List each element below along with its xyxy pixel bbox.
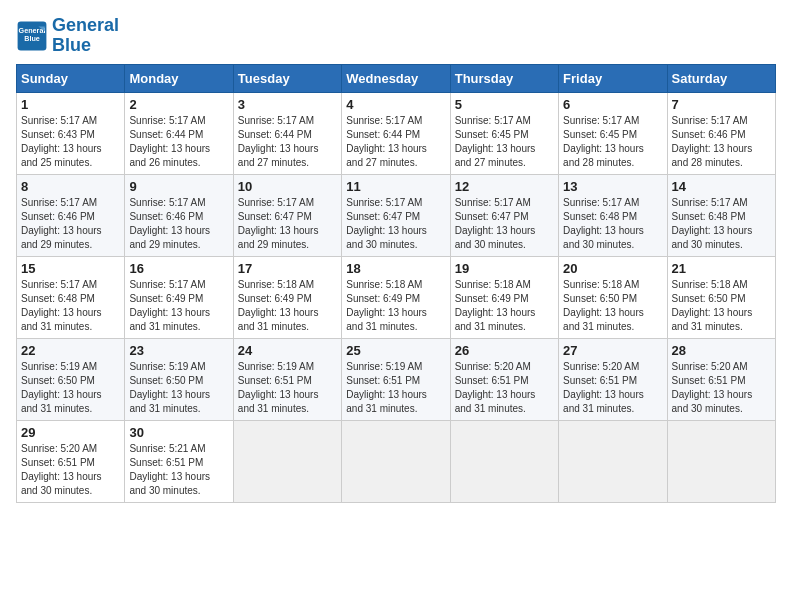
calendar-cell xyxy=(233,420,341,502)
calendar-cell: 15Sunrise: 5:17 AMSunset: 6:48 PMDayligh… xyxy=(17,256,125,338)
day-number: 25 xyxy=(346,343,445,358)
day-number: 12 xyxy=(455,179,554,194)
cell-info: Sunrise: 5:17 AMSunset: 6:45 PMDaylight:… xyxy=(563,115,644,168)
cell-info: Sunrise: 5:17 AMSunset: 6:46 PMDaylight:… xyxy=(129,197,210,250)
cell-info: Sunrise: 5:17 AMSunset: 6:47 PMDaylight:… xyxy=(346,197,427,250)
svg-text:Blue: Blue xyxy=(24,34,40,43)
calendar-cell xyxy=(667,420,775,502)
header-saturday: Saturday xyxy=(667,64,775,92)
calendar-cell: 9Sunrise: 5:17 AMSunset: 6:46 PMDaylight… xyxy=(125,174,233,256)
cell-info: Sunrise: 5:18 AMSunset: 6:49 PMDaylight:… xyxy=(346,279,427,332)
calendar-cell: 25Sunrise: 5:19 AMSunset: 6:51 PMDayligh… xyxy=(342,338,450,420)
day-number: 26 xyxy=(455,343,554,358)
calendar-cell xyxy=(342,420,450,502)
cell-info: Sunrise: 5:17 AMSunset: 6:44 PMDaylight:… xyxy=(129,115,210,168)
header-tuesday: Tuesday xyxy=(233,64,341,92)
logo-icon: General Blue xyxy=(16,20,48,52)
calendar-cell xyxy=(559,420,667,502)
day-number: 15 xyxy=(21,261,120,276)
logo-text: General Blue xyxy=(52,16,119,56)
calendar-cell: 5Sunrise: 5:17 AMSunset: 6:45 PMDaylight… xyxy=(450,92,558,174)
calendar-cell: 13Sunrise: 5:17 AMSunset: 6:48 PMDayligh… xyxy=(559,174,667,256)
day-number: 8 xyxy=(21,179,120,194)
calendar-cell: 14Sunrise: 5:17 AMSunset: 6:48 PMDayligh… xyxy=(667,174,775,256)
calendar-cell: 10Sunrise: 5:17 AMSunset: 6:47 PMDayligh… xyxy=(233,174,341,256)
calendar-cell: 4Sunrise: 5:17 AMSunset: 6:44 PMDaylight… xyxy=(342,92,450,174)
day-number: 19 xyxy=(455,261,554,276)
cell-info: Sunrise: 5:19 AMSunset: 6:51 PMDaylight:… xyxy=(346,361,427,414)
calendar-cell: 8Sunrise: 5:17 AMSunset: 6:46 PMDaylight… xyxy=(17,174,125,256)
calendar-table: SundayMondayTuesdayWednesdayThursdayFrid… xyxy=(16,64,776,503)
cell-info: Sunrise: 5:18 AMSunset: 6:49 PMDaylight:… xyxy=(238,279,319,332)
day-number: 18 xyxy=(346,261,445,276)
day-number: 5 xyxy=(455,97,554,112)
calendar-header-row: SundayMondayTuesdayWednesdayThursdayFrid… xyxy=(17,64,776,92)
cell-info: Sunrise: 5:20 AMSunset: 6:51 PMDaylight:… xyxy=(672,361,753,414)
header-friday: Friday xyxy=(559,64,667,92)
cell-info: Sunrise: 5:21 AMSunset: 6:51 PMDaylight:… xyxy=(129,443,210,496)
day-number: 9 xyxy=(129,179,228,194)
calendar-cell: 29Sunrise: 5:20 AMSunset: 6:51 PMDayligh… xyxy=(17,420,125,502)
cell-info: Sunrise: 5:17 AMSunset: 6:44 PMDaylight:… xyxy=(346,115,427,168)
header-wednesday: Wednesday xyxy=(342,64,450,92)
day-number: 4 xyxy=(346,97,445,112)
day-number: 7 xyxy=(672,97,771,112)
cell-info: Sunrise: 5:18 AMSunset: 6:49 PMDaylight:… xyxy=(455,279,536,332)
day-number: 30 xyxy=(129,425,228,440)
header-thursday: Thursday xyxy=(450,64,558,92)
cell-info: Sunrise: 5:19 AMSunset: 6:50 PMDaylight:… xyxy=(21,361,102,414)
day-number: 1 xyxy=(21,97,120,112)
day-number: 13 xyxy=(563,179,662,194)
calendar-cell: 28Sunrise: 5:20 AMSunset: 6:51 PMDayligh… xyxy=(667,338,775,420)
cell-info: Sunrise: 5:17 AMSunset: 6:43 PMDaylight:… xyxy=(21,115,102,168)
header-monday: Monday xyxy=(125,64,233,92)
calendar-cell: 20Sunrise: 5:18 AMSunset: 6:50 PMDayligh… xyxy=(559,256,667,338)
day-number: 28 xyxy=(672,343,771,358)
calendar-cell: 2Sunrise: 5:17 AMSunset: 6:44 PMDaylight… xyxy=(125,92,233,174)
calendar-cell: 24Sunrise: 5:19 AMSunset: 6:51 PMDayligh… xyxy=(233,338,341,420)
calendar-cell: 27Sunrise: 5:20 AMSunset: 6:51 PMDayligh… xyxy=(559,338,667,420)
calendar-cell xyxy=(450,420,558,502)
calendar-cell: 1Sunrise: 5:17 AMSunset: 6:43 PMDaylight… xyxy=(17,92,125,174)
week-row-2: 8Sunrise: 5:17 AMSunset: 6:46 PMDaylight… xyxy=(17,174,776,256)
day-number: 10 xyxy=(238,179,337,194)
cell-info: Sunrise: 5:20 AMSunset: 6:51 PMDaylight:… xyxy=(21,443,102,496)
day-number: 29 xyxy=(21,425,120,440)
calendar-cell: 3Sunrise: 5:17 AMSunset: 6:44 PMDaylight… xyxy=(233,92,341,174)
day-number: 22 xyxy=(21,343,120,358)
calendar-cell: 6Sunrise: 5:17 AMSunset: 6:45 PMDaylight… xyxy=(559,92,667,174)
cell-info: Sunrise: 5:20 AMSunset: 6:51 PMDaylight:… xyxy=(455,361,536,414)
cell-info: Sunrise: 5:17 AMSunset: 6:46 PMDaylight:… xyxy=(21,197,102,250)
cell-info: Sunrise: 5:17 AMSunset: 6:46 PMDaylight:… xyxy=(672,115,753,168)
day-number: 21 xyxy=(672,261,771,276)
cell-info: Sunrise: 5:19 AMSunset: 6:51 PMDaylight:… xyxy=(238,361,319,414)
calendar-cell: 7Sunrise: 5:17 AMSunset: 6:46 PMDaylight… xyxy=(667,92,775,174)
day-number: 3 xyxy=(238,97,337,112)
cell-info: Sunrise: 5:17 AMSunset: 6:47 PMDaylight:… xyxy=(238,197,319,250)
day-number: 16 xyxy=(129,261,228,276)
calendar-cell: 11Sunrise: 5:17 AMSunset: 6:47 PMDayligh… xyxy=(342,174,450,256)
cell-info: Sunrise: 5:17 AMSunset: 6:44 PMDaylight:… xyxy=(238,115,319,168)
calendar-cell: 30Sunrise: 5:21 AMSunset: 6:51 PMDayligh… xyxy=(125,420,233,502)
calendar-cell: 16Sunrise: 5:17 AMSunset: 6:49 PMDayligh… xyxy=(125,256,233,338)
day-number: 11 xyxy=(346,179,445,194)
day-number: 6 xyxy=(563,97,662,112)
day-number: 2 xyxy=(129,97,228,112)
calendar-cell: 19Sunrise: 5:18 AMSunset: 6:49 PMDayligh… xyxy=(450,256,558,338)
cell-info: Sunrise: 5:17 AMSunset: 6:48 PMDaylight:… xyxy=(563,197,644,250)
calendar-cell: 18Sunrise: 5:18 AMSunset: 6:49 PMDayligh… xyxy=(342,256,450,338)
day-number: 17 xyxy=(238,261,337,276)
day-number: 24 xyxy=(238,343,337,358)
header-sunday: Sunday xyxy=(17,64,125,92)
week-row-4: 22Sunrise: 5:19 AMSunset: 6:50 PMDayligh… xyxy=(17,338,776,420)
calendar-cell: 23Sunrise: 5:19 AMSunset: 6:50 PMDayligh… xyxy=(125,338,233,420)
cell-info: Sunrise: 5:19 AMSunset: 6:50 PMDaylight:… xyxy=(129,361,210,414)
cell-info: Sunrise: 5:18 AMSunset: 6:50 PMDaylight:… xyxy=(672,279,753,332)
cell-info: Sunrise: 5:20 AMSunset: 6:51 PMDaylight:… xyxy=(563,361,644,414)
week-row-1: 1Sunrise: 5:17 AMSunset: 6:43 PMDaylight… xyxy=(17,92,776,174)
cell-info: Sunrise: 5:17 AMSunset: 6:45 PMDaylight:… xyxy=(455,115,536,168)
day-number: 20 xyxy=(563,261,662,276)
cell-info: Sunrise: 5:17 AMSunset: 6:47 PMDaylight:… xyxy=(455,197,536,250)
calendar-cell: 26Sunrise: 5:20 AMSunset: 6:51 PMDayligh… xyxy=(450,338,558,420)
cell-info: Sunrise: 5:17 AMSunset: 6:48 PMDaylight:… xyxy=(21,279,102,332)
